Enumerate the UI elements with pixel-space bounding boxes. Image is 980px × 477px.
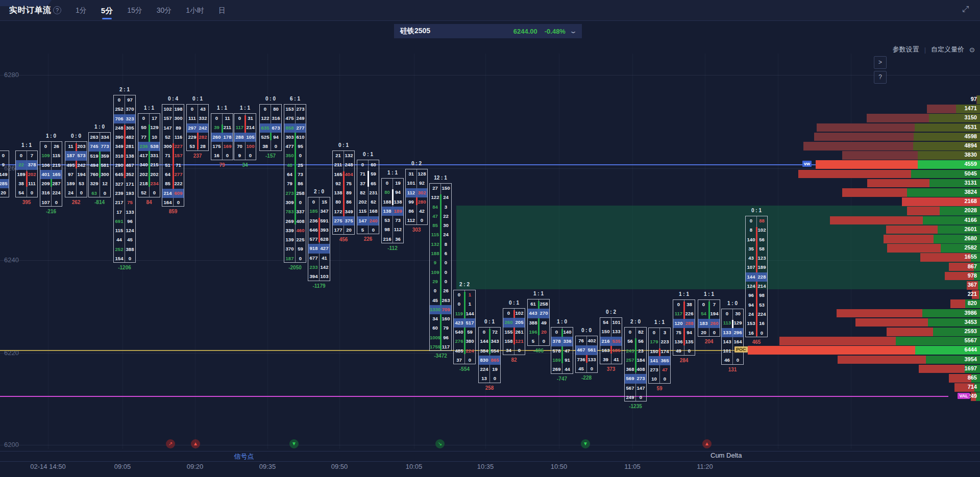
ask-volume: 273 xyxy=(635,374,646,383)
param-settings-button[interactable]: 参数设置 xyxy=(893,45,919,54)
bid-volume: 257 xyxy=(625,356,635,365)
footprint-column: 0381172261202887594136135490 xyxy=(673,299,695,356)
bid-volume: 677 xyxy=(308,254,319,263)
footprint-cell-row: 520 xyxy=(138,188,160,197)
imbalance-ratio-label: 2 : 2 xyxy=(459,282,470,287)
bid-volume: 269 xyxy=(551,365,562,374)
bid-volume: 157 xyxy=(162,114,173,123)
volume-profile-row: 5045 xyxy=(798,170,980,179)
custom-volume-button[interactable]: 自定义量价 xyxy=(931,45,964,54)
ask-volume: 270 xyxy=(538,309,549,318)
footprint-cell-row: 90 xyxy=(234,151,256,160)
footprint-cell-row: 3090 xyxy=(284,198,306,207)
footprint-cell-row: 0 xyxy=(0,151,9,160)
ask-volume: 0 xyxy=(271,142,281,151)
sell-volume-segment xyxy=(748,346,915,355)
ask-volume: 0 xyxy=(76,188,87,197)
bid-volume: 179 xyxy=(649,337,659,346)
imbalance-ratio-label: 1 : 1 xyxy=(387,170,398,175)
ask-volume: 214 xyxy=(245,123,256,132)
bid-volume: 172 xyxy=(333,207,344,216)
bid-volume: 706 xyxy=(114,114,125,123)
bid-volume: 107 xyxy=(746,263,756,272)
footprint-cell-row: 24323 xyxy=(625,346,646,356)
custom-volume-icon[interactable]: ⊙ xyxy=(969,46,975,54)
ask-volume: 25 xyxy=(295,161,306,170)
tab-日[interactable]: 日 xyxy=(218,0,226,21)
footprint-cell-row: 229282 xyxy=(187,133,208,142)
collapse-icon[interactable]: ⤢ xyxy=(962,5,969,14)
delta-footer: -3472 xyxy=(434,353,447,359)
ask-volume: 73 xyxy=(295,170,306,179)
chevron-down-icon[interactable]: ⌄ xyxy=(569,28,577,35)
footprint-cell-row: 52594 xyxy=(260,133,281,142)
bid-volume: 24 xyxy=(65,188,76,197)
ask-volume: 222 xyxy=(173,179,184,188)
volume-profile-row: 1471 xyxy=(927,105,980,113)
delta-footer: 303 xyxy=(412,227,421,233)
chart-toolbar: 参数设置 | 自定义量价 ⊙ xyxy=(893,45,975,54)
ask-volume: 0 xyxy=(464,356,475,365)
ask-volume: 408 xyxy=(295,217,306,226)
tab-1分[interactable]: 1分 xyxy=(76,0,87,21)
sell-volume-segment xyxy=(838,356,926,364)
ask-volume: 144 xyxy=(464,309,475,318)
help-icon[interactable]: ? xyxy=(53,6,61,14)
ask-volume: 79 xyxy=(440,323,451,333)
ask-volume: 112 xyxy=(393,225,403,234)
bid-volume: 233 xyxy=(308,263,319,272)
footprint-cell-row: 26944 xyxy=(551,365,573,374)
ask-volume: 573 xyxy=(76,151,87,160)
ask-volume: 277 xyxy=(295,123,306,133)
footprint-cell-row: 370 xyxy=(454,356,475,365)
footprint-cell-row: 349281 xyxy=(114,142,135,151)
footprint-cell-row: 21775 xyxy=(114,198,135,207)
footprint-cell-row: 216535 xyxy=(600,337,622,346)
panel-help-button[interactable]: ? xyxy=(874,71,887,84)
footprint-cell-row: 339460 xyxy=(284,226,306,235)
bid-volume: 288 xyxy=(234,133,245,142)
footprint-cell-row: 467561 xyxy=(576,345,597,355)
ask-volume: 378 xyxy=(27,160,37,169)
bid-volume: 29 xyxy=(430,277,440,286)
ask-volume: 11 xyxy=(222,114,233,123)
bid-volume: 113 xyxy=(722,318,732,328)
delta-footer: 373 xyxy=(607,366,616,372)
tab-15分[interactable]: 15分 xyxy=(127,0,142,21)
imbalance-ratio-label: 1 : 1 xyxy=(144,105,154,111)
panel-expand-button[interactable]: > xyxy=(874,56,887,69)
imbalance-ratio-label: 12 : 1 xyxy=(434,175,447,181)
footprint-column: 019809418813813818953739811221636 xyxy=(381,178,404,243)
instrument-selector[interactable]: 硅铁2505 6244.00 -0.48% ⌄ xyxy=(394,24,582,38)
volume-profile-value: 4598 xyxy=(965,133,977,139)
ask-volume: 228 xyxy=(756,272,767,282)
footprint-cell-row: 54194 xyxy=(698,309,720,318)
bid-volume: 248 xyxy=(114,123,125,133)
volume-profile-value: 2028 xyxy=(965,207,977,213)
bid-volume: 165 xyxy=(333,170,344,179)
tab-1小时[interactable]: 1小时 xyxy=(186,0,204,21)
ask-volume: 133 xyxy=(586,355,597,364)
ask-volume: 47 xyxy=(659,365,670,374)
volume-profile-row: 1697 xyxy=(919,365,980,373)
ask-volume: 94 xyxy=(684,328,695,337)
volume-profile-value: 221 xyxy=(968,291,977,297)
bid-volume: 43 xyxy=(746,254,756,263)
footprint-cell-row: 519359 xyxy=(89,152,110,161)
tab-30分[interactable]: 30分 xyxy=(157,0,172,21)
ask-volume: 24 xyxy=(440,193,451,202)
ask-volume: 20 xyxy=(344,225,354,235)
footprint-cell-row: 155261 xyxy=(503,328,525,337)
ask-volume: 375 xyxy=(344,216,354,225)
ask-volume: 0 xyxy=(684,346,695,356)
ask-volume: 332 xyxy=(198,114,208,123)
signal-marker: ▼ xyxy=(289,439,299,448)
tab-5分[interactable]: 5分 xyxy=(101,0,113,21)
volume-profile-value: 2168 xyxy=(965,198,977,204)
imbalance-ratio-label: 0 : 0 xyxy=(265,96,276,102)
footprint-cell-row: 124214 xyxy=(746,282,767,291)
ask-volume: 0 xyxy=(27,188,37,197)
bid-volume: 38 xyxy=(16,179,27,188)
bid-volume: 54 xyxy=(16,188,27,197)
ask-volume: 169 xyxy=(222,142,233,151)
